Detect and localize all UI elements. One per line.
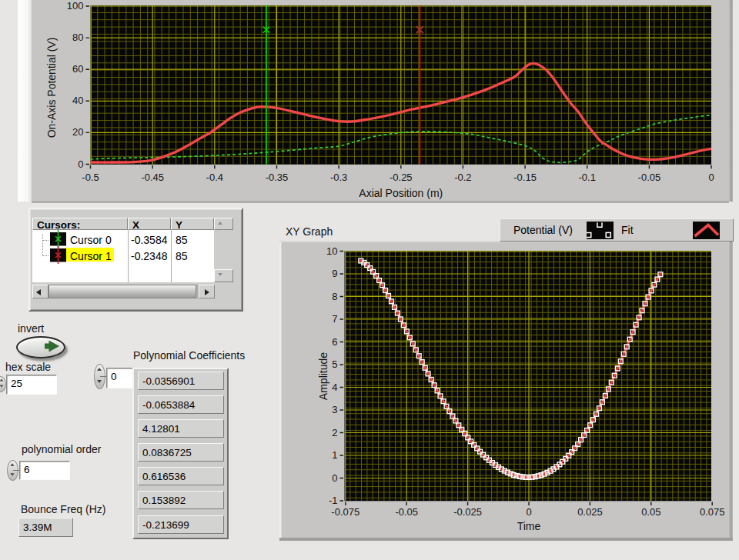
svg-text:4: 4	[332, 382, 337, 393]
svg-text:3: 3	[332, 404, 337, 415]
svg-text:-1: -1	[329, 495, 338, 506]
svg-text:2: 2	[332, 427, 337, 438]
svg-text:-0.025: -0.025	[453, 506, 482, 518]
svg-text:-0.45: -0.45	[141, 172, 164, 183]
svg-text:-0.2: -0.2	[454, 172, 471, 183]
svg-text:0.075: 0.075	[700, 506, 725, 518]
svg-text:40: 40	[72, 95, 83, 106]
svg-text:7: 7	[332, 313, 337, 325]
svg-text:On-Axis Potential (V): On-Axis Potential (V)	[45, 38, 58, 138]
svg-text:Amplitude: Amplitude	[317, 352, 329, 400]
svg-text:9: 9	[332, 268, 337, 279]
svg-text:1: 1	[332, 449, 337, 461]
svg-text:20: 20	[72, 126, 83, 138]
svg-text:6: 6	[332, 336, 337, 348]
svg-text:-0.05: -0.05	[395, 506, 418, 518]
svg-text:10: 10	[326, 245, 337, 257]
svg-text:5: 5	[332, 358, 337, 370]
svg-text:-0.4: -0.4	[206, 172, 223, 183]
svg-text:-0.075: -0.075	[331, 506, 359, 518]
svg-text:-0.1: -0.1	[578, 172, 595, 183]
svg-text:0.05: 0.05	[641, 506, 660, 518]
svg-text:Time: Time	[517, 520, 541, 532]
svg-text:0: 0	[78, 158, 83, 170]
svg-text:100: 100	[67, 0, 84, 12]
svg-text:0: 0	[332, 472, 337, 484]
svg-text:80: 80	[72, 32, 83, 43]
svg-text:-0.5: -0.5	[82, 172, 99, 183]
svg-text:0: 0	[708, 172, 714, 183]
svg-text:0.025: 0.025	[577, 506, 603, 518]
svg-text:-0.35: -0.35	[266, 172, 289, 183]
svg-text:60: 60	[72, 63, 83, 75]
svg-text:0: 0	[526, 506, 531, 518]
svg-text:-0.25: -0.25	[390, 172, 413, 183]
svg-text:8: 8	[332, 291, 337, 302]
svg-text:-0.15: -0.15	[513, 172, 537, 183]
svg-text:Axial Position (m): Axial Position (m)	[359, 187, 443, 199]
svg-text:-0.05: -0.05	[638, 172, 661, 183]
svg-text:-0.3: -0.3	[330, 172, 347, 183]
